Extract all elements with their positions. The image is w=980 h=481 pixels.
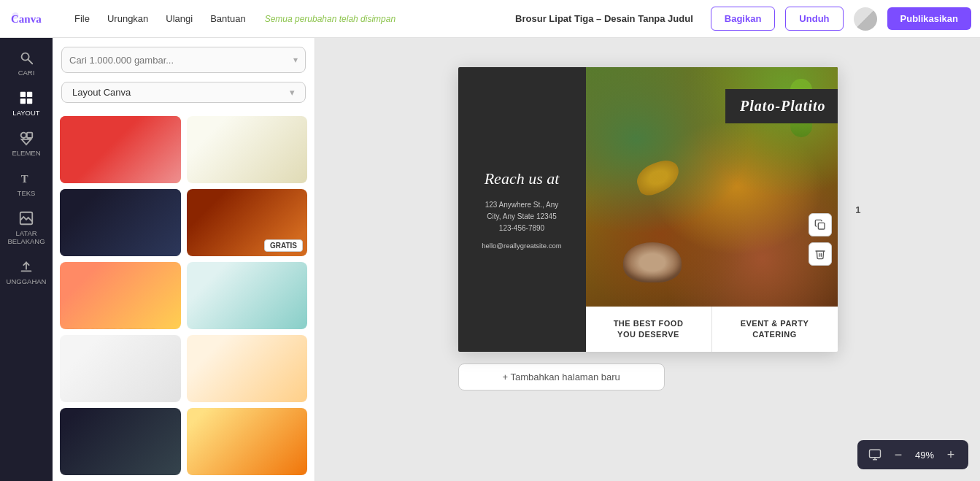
- brochure: Reach us at 123 Anywhere St., Any City, …: [458, 67, 838, 352]
- sidebar-label-latar-belakang: LATAR BELAKANG: [7, 229, 45, 245]
- share-button[interactable]: Bagikan: [711, 7, 776, 31]
- menu-urungkan[interactable]: Urungkan: [100, 9, 155, 28]
- search-input[interactable]: [69, 55, 293, 66]
- list-item[interactable]: [187, 116, 308, 183]
- list-item[interactable]: silver shrine: [60, 189, 181, 256]
- zoom-bar: − 49% +: [857, 440, 968, 469]
- add-page-button[interactable]: + Tambahkan halaman baru: [458, 363, 665, 390]
- svg-rect-10: [27, 133, 32, 138]
- reach-us-title: Reach us at: [485, 169, 560, 188]
- panel-filter: Layout Canva ▾: [53, 79, 315, 110]
- sidebar-label-teks: TEKS: [18, 189, 36, 197]
- layout-icon: [18, 90, 34, 106]
- list-item[interactable]: Kabrina's Kitchen: [187, 408, 308, 475]
- page-number: 1: [855, 204, 860, 215]
- svg-text:T: T: [21, 173, 28, 185]
- publish-button[interactable]: Publikasikan: [887, 7, 971, 30]
- filter-label: Layout Canva: [72, 87, 131, 98]
- list-item[interactable]: Sushi Express: [60, 408, 181, 475]
- main-body: CARI LAYOUT ELEMEN T TEKS: [0, 38, 980, 481]
- background-icon: [18, 210, 34, 226]
- menu-ulangi[interactable]: Ulangi: [158, 9, 200, 28]
- sidebar-label-layout: LAYOUT: [12, 109, 39, 117]
- filter-button[interactable]: Layout Canva ▾: [61, 82, 306, 103]
- right-toolbar: [809, 213, 832, 266]
- add-page-label: + Tambahkan halaman baru: [503, 372, 620, 382]
- trash-icon: [814, 248, 826, 260]
- food-dish: [623, 242, 682, 282]
- list-item[interactable]: [60, 335, 181, 402]
- upload-icon: [18, 258, 34, 274]
- topnav: Canva File Urungkan Ulangi Bantuan Semua…: [0, 0, 980, 38]
- copy-icon: [814, 219, 826, 231]
- sidebar-item-teks[interactable]: T TEKS: [3, 164, 50, 203]
- reach-us-address: 123 Anywhere St., Any City, Any State 12…: [485, 199, 559, 234]
- svg-point-2: [12, 12, 19, 19]
- sidebar-item-unggahan[interactable]: UNGGAHAN: [3, 253, 50, 291]
- bottom-strip-left: THE BEST FOODYOU DESERVE: [586, 307, 712, 352]
- template-grid: Tala's Taqueria silver shrine GRATIS: [53, 110, 315, 481]
- best-food-text: THE BEST FOODYOU DESERVE: [614, 318, 684, 341]
- brochure-left-panel: Reach us at 123 Anywhere St., Any City, …: [458, 67, 586, 352]
- search-icon: [18, 50, 34, 66]
- presentation-icon: [868, 448, 881, 461]
- zoom-value: 49%: [911, 450, 938, 461]
- brochure-food-image: Plato-Platito: [586, 67, 838, 307]
- event-party-text: EVENT & PARTYCATERING: [741, 318, 809, 341]
- gratis-badge: GRATIS: [264, 239, 303, 252]
- autosave-text: Semua perubahan telah disimpan: [265, 14, 509, 24]
- doc-title: Brosur Lipat Tiga – Desain Tanpa Judul: [515, 13, 693, 24]
- reach-us-email: hello@reallygreatsite.com: [482, 242, 561, 250]
- canvas-area: Reach us at 123 Anywhere St., Any City, …: [315, 38, 980, 481]
- unduh-button[interactable]: Unduh: [785, 7, 843, 31]
- sidebar-item-latar-belakang[interactable]: LATAR BELAKANG: [3, 204, 50, 251]
- presentation-icon-button[interactable]: [865, 445, 885, 465]
- menu-file[interactable]: File: [67, 9, 97, 28]
- list-item[interactable]: CREATIVE CUISINE: [187, 262, 308, 329]
- svg-point-9: [21, 133, 26, 138]
- nav-menu: File Urungkan Ulangi Bantuan: [67, 9, 253, 28]
- avatar: [854, 7, 877, 31]
- sidebar-label-cari: CARI: [18, 69, 35, 77]
- svg-rect-6: [27, 92, 32, 97]
- svg-line-4: [28, 60, 33, 64]
- brochure-right-panel: Plato-Platito THE BEST FOODYOU DESERVE E…: [586, 67, 838, 352]
- zoom-in-button[interactable]: +: [941, 445, 961, 465]
- sidebar-item-elemen[interactable]: ELEMEN: [3, 124, 50, 163]
- sidebar-item-cari[interactable]: CARI: [3, 44, 50, 82]
- text-icon: T: [18, 170, 34, 186]
- svg-rect-8: [27, 99, 32, 104]
- svg-marker-11: [22, 139, 31, 145]
- panel-search: ▾: [53, 38, 315, 79]
- bottom-strip-right: EVENT & PARTYCATERING: [712, 307, 838, 352]
- elements-icon: [18, 130, 34, 146]
- trash-button[interactable]: [809, 242, 832, 266]
- panel-sidebar: ▾ Layout Canva ▾ Tala's Taqueria: [53, 38, 315, 481]
- svg-rect-5: [20, 92, 26, 97]
- icon-sidebar: CARI LAYOUT ELEMEN T TEKS: [0, 38, 53, 481]
- list-item[interactable]: Tala's Taqueria: [60, 116, 181, 183]
- svg-rect-15: [21, 271, 32, 272]
- canvas-inner: Reach us at 123 Anywhere St., Any City, …: [458, 67, 838, 390]
- menu-bantuan[interactable]: Bantuan: [203, 9, 252, 28]
- brochure-container[interactable]: Reach us at 123 Anywhere St., Any City, …: [458, 67, 838, 352]
- copy-button[interactable]: [809, 213, 832, 236]
- sidebar-label-unggahan: UNGGAHAN: [7, 277, 47, 285]
- sidebar-label-elemen: ELEMEN: [12, 149, 40, 157]
- brochure-name: Plato-Platito: [740, 98, 825, 114]
- svg-rect-17: [870, 450, 881, 458]
- svg-rect-7: [20, 99, 26, 104]
- filter-chevron-icon: ▾: [290, 87, 295, 98]
- brochure-bottom-strip: THE BEST FOODYOU DESERVE EVENT & PARTYCA…: [586, 307, 838, 352]
- sidebar-item-layout[interactable]: LAYOUT: [3, 84, 50, 123]
- svg-rect-16: [818, 223, 825, 229]
- list-item[interactable]: [187, 335, 308, 402]
- zoom-out-button[interactable]: −: [888, 445, 908, 465]
- canva-logo: Canva: [9, 9, 53, 29]
- brochure-name-badge: Plato-Platito: [725, 89, 837, 123]
- chevron-down-icon: ▾: [293, 55, 298, 65]
- list-item[interactable]: GRATIS: [187, 189, 308, 256]
- search-input-wrap[interactable]: ▾: [61, 47, 306, 73]
- list-item[interactable]: JOLLY JANE'S CATERING: [60, 262, 181, 329]
